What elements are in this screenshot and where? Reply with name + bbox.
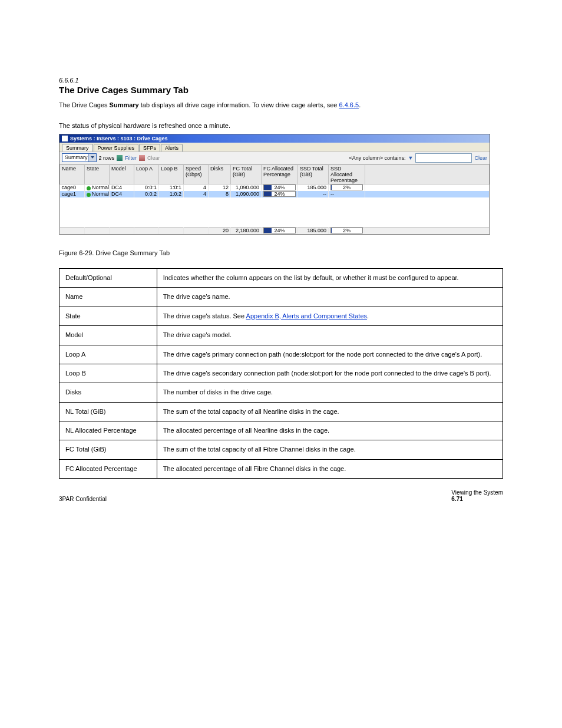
desc-row: Default/OptionalIndicates whether the co… <box>59 268 503 287</box>
table-row[interactable]: cage1NormalDC40:0:21:0:2481,090.00024%--… <box>60 191 490 197</box>
row-count-label: 2 rows <box>99 155 115 161</box>
tab-summary[interactable]: Summary <box>62 144 93 151</box>
desc-row: FC Allocated PercentageThe allocated per… <box>59 459 503 478</box>
totals-row: 20 2,180.000 24% 185.000 2% <box>60 227 490 234</box>
tab-alerts[interactable]: Alerts <box>161 144 183 151</box>
clear-icon <box>139 155 145 161</box>
appendix-link[interactable]: Appendix B, Alerts and Component States <box>246 312 367 319</box>
table-row[interactable]: cage0NormalDC40:0:11:0:14121,090.00024%1… <box>60 184 490 191</box>
col-speed[interactable]: Speed (Gbps) <box>184 164 209 184</box>
desc-row: Loop AThe drive cage's primary connectio… <box>59 345 503 364</box>
desc-row: FC Total (GiB)The sum of the total capac… <box>59 440 503 459</box>
desc-row: Loop BThe drive cage's secondary connect… <box>59 364 503 383</box>
col-disks[interactable]: Disks <box>209 164 231 184</box>
status-dot-icon <box>87 193 91 197</box>
window-titlebar: Systems : InServs : s103 : Drive Cages <box>59 134 490 143</box>
footer-page: Viewing the System 6.71 <box>451 489 503 502</box>
desc-row: NL Total (GiB)The sum of the total capac… <box>59 402 503 421</box>
toolbar: Summary 2 rows Filter Clear <Any column>… <box>59 151 490 164</box>
drive-cages-window: Systems : InServs : s103 : Drive Cages S… <box>59 134 490 235</box>
columns-dropdown[interactable]: Summary <box>62 153 97 162</box>
col-loop-a[interactable]: Loop A <box>134 164 159 184</box>
col-state[interactable]: State <box>85 164 110 184</box>
crossref-link[interactable]: 6.4.6.5 <box>339 101 359 108</box>
clear-filter-link[interactable]: Clear <box>147 155 160 161</box>
col-ssd-total[interactable]: SSD Total (GiB) <box>298 164 329 184</box>
status-dot-icon <box>87 186 91 190</box>
col-model[interactable]: Model <box>110 164 134 184</box>
col-fc-pct[interactable]: FC Allocated Percentage <box>262 164 298 184</box>
desc-row: NameThe drive cage's name. <box>59 288 503 307</box>
figure-caption: Figure 6-29. Drive Cage Summary Tab <box>59 249 503 256</box>
totals-ssd-total: 185.000 <box>298 227 329 234</box>
totals-disks: 20 <box>209 227 231 234</box>
tab-sfps[interactable]: SFPs <box>139 144 160 151</box>
filter-icon <box>117 155 123 161</box>
totals-fc-total: 2,180.000 <box>231 227 262 234</box>
tab-strip: Summary Power Supplies SFPs Alerts <box>59 143 490 151</box>
filter-link[interactable]: Filter <box>125 155 137 161</box>
tab-power-supplies[interactable]: Power Supplies <box>94 144 139 151</box>
desc-row: DisksThe number of disks in the drive ca… <box>59 383 503 402</box>
totals-ssd-pct: 2% <box>329 227 365 234</box>
app-icon <box>62 136 68 141</box>
col-ssd-pct[interactable]: SSD Allocated Percentage <box>329 164 365 184</box>
totals-fc-pct: 24% <box>262 227 298 234</box>
window-title: Systems : InServs : s103 : Drive Cages <box>70 136 168 141</box>
desc-row: StateThe drive cage's status. See Append… <box>59 307 503 325</box>
search-input[interactable] <box>415 153 472 163</box>
section-title: The Drive Cages Summary Tab <box>59 85 503 95</box>
desc-row: NL Allocated PercentageThe allocated per… <box>59 421 503 440</box>
col-loop-b[interactable]: Loop B <box>159 164 184 184</box>
description-paragraph: The Drive Cages Summary tab displays all… <box>59 101 503 110</box>
footer-confidential: 3PAR Confidential <box>59 496 107 502</box>
section-number: 6.6.6.1 <box>59 77 503 84</box>
desc-row: ModelThe drive cage's model. <box>59 326 503 345</box>
search-column-label: <Any column> contains: <box>349 155 406 161</box>
col-fc-total[interactable]: FC Total (GiB) <box>231 164 262 184</box>
status-note: The status of physical hardware is refre… <box>59 122 503 129</box>
clear-search-link[interactable]: Clear <box>474 155 487 161</box>
data-grid[interactable]: Name State Model Loop A Loop B Speed (Gb… <box>59 164 490 234</box>
column-header-row[interactable]: Name State Model Loop A Loop B Speed (Gb… <box>60 164 490 184</box>
column-description-table: Default/OptionalIndicates whether the co… <box>59 268 503 479</box>
col-name[interactable]: Name <box>60 164 85 184</box>
